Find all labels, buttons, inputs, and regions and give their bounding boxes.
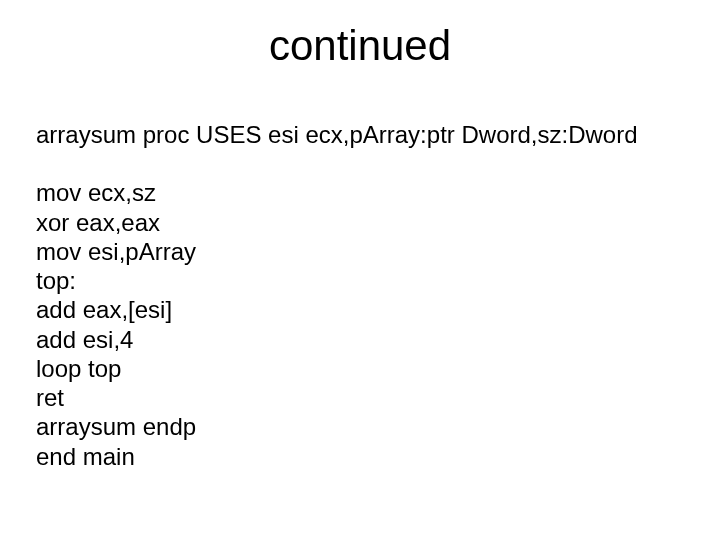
code-line: add esi,4 xyxy=(36,325,684,354)
code-line: end main xyxy=(36,442,684,471)
code-line: xor eax,eax xyxy=(36,208,684,237)
slide-title: continued xyxy=(0,22,720,70)
code-line: add eax,[esi] xyxy=(36,295,684,324)
slide: continued arraysum proc USES esi ecx,pAr… xyxy=(0,0,720,540)
code-line: mov esi,pArray xyxy=(36,237,684,266)
code-line: ret xyxy=(36,383,684,412)
code-line: mov ecx,sz xyxy=(36,178,684,207)
proc-declaration: arraysum proc USES esi ecx,pArray:ptr Dw… xyxy=(36,120,684,149)
blank-line xyxy=(36,149,684,178)
slide-body: arraysum proc USES esi ecx,pArray:ptr Dw… xyxy=(36,120,684,471)
code-line: top: xyxy=(36,266,684,295)
code-line: arraysum endp xyxy=(36,412,684,441)
code-line: loop top xyxy=(36,354,684,383)
